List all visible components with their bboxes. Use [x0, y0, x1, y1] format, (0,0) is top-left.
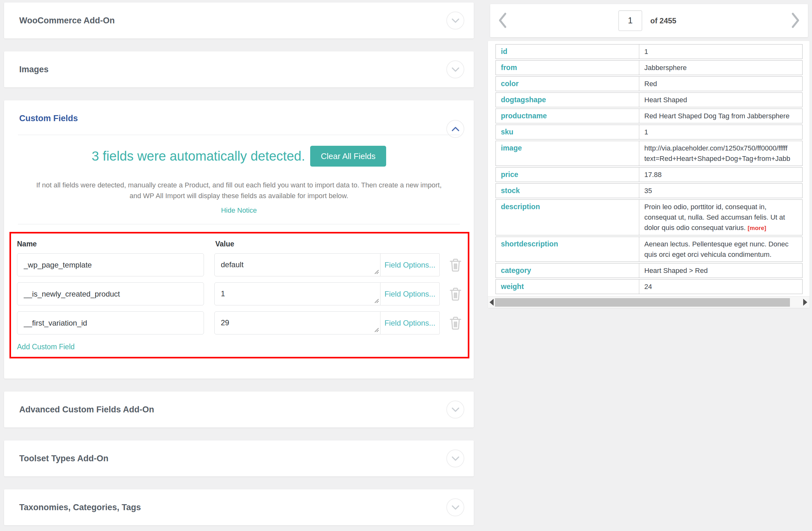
- chevron-down-icon[interactable]: [446, 401, 464, 419]
- custom-field-row: default Field Options...: [17, 253, 463, 276]
- chevron-left-icon: [497, 12, 508, 28]
- custom-fields-header[interactable]: Custom Fields: [4, 100, 474, 135]
- record-value: Heart Shaped: [639, 93, 802, 107]
- field-name-input[interactable]: [17, 253, 204, 276]
- chevron-down-icon[interactable]: [446, 60, 464, 79]
- record-key[interactable]: weight: [496, 280, 639, 294]
- chevron-up-icon[interactable]: [446, 120, 464, 138]
- record-key[interactable]: description: [496, 200, 639, 235]
- record-key[interactable]: price: [496, 168, 639, 182]
- delete-field-button[interactable]: [448, 315, 463, 331]
- record-value: 1: [639, 44, 802, 59]
- record-key[interactable]: stock: [496, 184, 639, 198]
- record-value: Heart Shaped > Red: [639, 263, 802, 278]
- record-row-shortdescription: shortdescription Aenean lectus. Pellente…: [495, 237, 802, 262]
- detected-summary-row: 3 fields were automatically detected. Cl…: [4, 146, 474, 167]
- record-key[interactable]: shortdescription: [496, 237, 639, 262]
- record-value: Red Heart Shaped Dog Tag from Jabbersphe…: [639, 109, 802, 123]
- trash-icon: [449, 257, 462, 273]
- panel-title: Images: [19, 65, 48, 74]
- previous-record-button[interactable]: [497, 12, 508, 29]
- next-record-button[interactable]: [790, 12, 801, 29]
- field-name-input[interactable]: [17, 282, 204, 305]
- record-key[interactable]: color: [496, 77, 639, 91]
- image-url-line1: http://via.placeholder.com/1250x750/ff00…: [644, 143, 797, 153]
- panel-toolset-addon[interactable]: Toolset Types Add-On: [4, 441, 474, 476]
- horizontal-scrollbar[interactable]: [488, 296, 810, 308]
- record-row-image: image http://via.placeholder.com/1250x75…: [495, 141, 802, 166]
- panel-title: Custom Fields: [19, 114, 78, 123]
- mapping-sections-column: WooCommerce Add-On Images Custom Fields …: [4, 2, 474, 531]
- field-options-button[interactable]: Field Options...: [380, 253, 440, 276]
- record-value: Red: [639, 77, 802, 91]
- record-key[interactable]: sku: [496, 125, 639, 139]
- scroll-right-arrow-icon[interactable]: [803, 299, 807, 306]
- scrollbar-thumb[interactable]: [495, 298, 790, 307]
- field-options-button[interactable]: Field Options...: [380, 282, 440, 305]
- record-row-stock: stock 35: [495, 183, 802, 198]
- field-value-wrap: default: [214, 253, 380, 276]
- name-column-header: Name: [17, 240, 215, 248]
- panel-acf-addon[interactable]: Advanced Custom Fields Add-On: [4, 392, 474, 428]
- field-options-button[interactable]: Field Options...: [380, 311, 440, 334]
- chevron-down-icon[interactable]: [446, 450, 464, 467]
- record-value: 17.88: [639, 168, 802, 182]
- record-row-sku: sku 1: [495, 125, 802, 139]
- record-value: 24: [639, 280, 802, 294]
- record-row-color: color Red: [495, 76, 802, 91]
- clear-all-fields-button[interactable]: Clear All Fields: [310, 146, 386, 167]
- chevron-down-icon[interactable]: [446, 499, 464, 516]
- field-value-wrap: 29: [214, 311, 380, 334]
- panel-title: Toolset Types Add-On: [19, 454, 108, 463]
- record-key[interactable]: category: [496, 263, 639, 278]
- record-pagination-bar: of 2455: [490, 4, 808, 37]
- detection-notice: If not all fields were detected, manuall…: [35, 180, 442, 201]
- custom-fields-highlight-box: Name Value default Field Options...: [10, 232, 469, 359]
- more-link[interactable]: [more]: [748, 225, 766, 231]
- record-row-price: price 17.88: [495, 167, 802, 182]
- delete-field-button[interactable]: [448, 257, 463, 273]
- record-key[interactable]: image: [496, 141, 639, 166]
- scroll-left-arrow-icon[interactable]: [490, 299, 494, 306]
- record-preview-panel: id 1 from Jabbersphere color Red dogtags…: [488, 41, 810, 308]
- record-value: Jabbersphere: [639, 60, 802, 75]
- image-url-line2: text=Red+Heart+Shaped+Dog+Tag+from+Jabb: [644, 153, 797, 164]
- field-value-textarea[interactable]: 1: [214, 282, 380, 305]
- record-value: Aenean lectus. Pellentesque eget nunc. D…: [639, 237, 802, 262]
- trash-icon: [449, 287, 462, 302]
- record-row-from: from Jabbersphere: [495, 60, 802, 75]
- field-value-textarea[interactable]: default: [214, 253, 380, 276]
- detected-heading: 3 fields were automatically detected.: [92, 149, 305, 164]
- chevron-right-icon: [790, 12, 801, 28]
- field-name-input[interactable]: [17, 311, 204, 334]
- panel-title: WooCommerce Add-On: [19, 16, 115, 26]
- panel-title: Taxonomies, Categories, Tags: [19, 503, 141, 512]
- record-value: 35: [639, 184, 802, 198]
- record-value: Proin leo odio, porttitor id, consequat …: [639, 200, 802, 235]
- record-key[interactable]: from: [496, 60, 639, 75]
- record-row-productname: productname Red Heart Shaped Dog Tag fro…: [495, 109, 802, 123]
- value-column-header: Value: [215, 240, 234, 248]
- delete-field-button[interactable]: [448, 286, 463, 302]
- record-row-id: id 1: [495, 44, 802, 59]
- panel-taxonomies[interactable]: Taxonomies, Categories, Tags: [4, 489, 474, 525]
- panel-custom-fields: Custom Fields 3 fields were automaticall…: [4, 100, 474, 379]
- chevron-down-icon[interactable]: [446, 12, 464, 30]
- wp-all-import-page: WooCommerce Add-On Images Custom Fields …: [0, 0, 812, 531]
- field-value-textarea[interactable]: 29: [214, 311, 380, 334]
- record-number-input[interactable]: [619, 10, 642, 31]
- hide-notice-link[interactable]: Hide Notice: [221, 206, 257, 214]
- divider: [18, 224, 460, 224]
- custom-field-row: 1 Field Options...: [17, 282, 463, 305]
- record-key[interactable]: productname: [496, 109, 639, 123]
- record-row-category: category Heart Shaped > Red: [495, 263, 802, 278]
- panel-images[interactable]: Images: [4, 52, 474, 87]
- record-row-description: description Proin leo odio, porttitor id…: [495, 199, 802, 235]
- record-value: http://via.placeholder.com/1250x750/ff00…: [639, 141, 802, 166]
- add-custom-field-link[interactable]: Add Custom Field: [17, 343, 75, 351]
- record-key[interactable]: dogtagshape: [496, 93, 639, 107]
- record-key[interactable]: id: [496, 44, 639, 59]
- panel-woocommerce-addon[interactable]: WooCommerce Add-On: [4, 2, 474, 39]
- record-count-label: of 2455: [650, 4, 677, 37]
- record-row-dogtagshape: dogtagshape Heart Shaped: [495, 93, 802, 107]
